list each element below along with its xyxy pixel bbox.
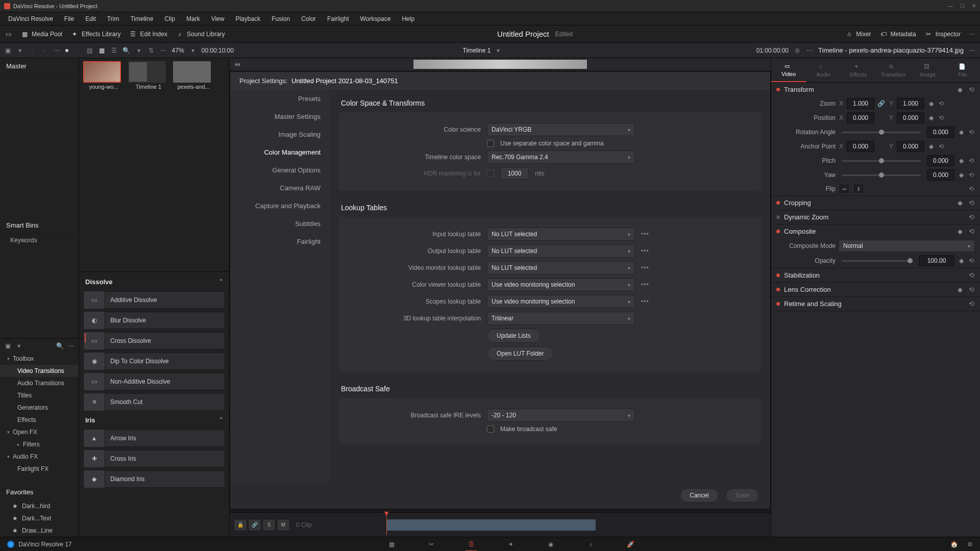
reset-icon[interactable]: ⟲: [968, 228, 975, 235]
tab-audio[interactable]: ♪Audio: [806, 58, 841, 82]
stabilization-header[interactable]: Stabilization⟲: [771, 268, 980, 282]
menu-color[interactable]: Color: [296, 13, 321, 24]
fusion-page-icon[interactable]: ✦: [505, 539, 517, 549]
nav-fairlight[interactable]: Fairlight: [230, 233, 330, 251]
enabled-dot[interactable]: [776, 288, 780, 291]
more-icon[interactable]: •••: [641, 247, 649, 255]
pos-y-input[interactable]: [897, 112, 924, 123]
fx-cross-dissolve[interactable]: ▭Cross Dissolve: [83, 332, 225, 349]
metadata-button[interactable]: 🏷Metadata: [879, 30, 916, 38]
tab-transition[interactable]: ⧉Transition: [876, 58, 911, 82]
favorite-item[interactable]: ★Dark...Text: [0, 512, 79, 524]
filmstrip-icon[interactable]: ▤: [86, 47, 93, 54]
composite-header[interactable]: Composite◆⟲: [771, 224, 980, 238]
effects-library-button[interactable]: ✦Effects Library: [70, 30, 120, 38]
deliver-page-icon[interactable]: 🚀: [625, 539, 636, 549]
keyframe-icon[interactable]: ◆: [927, 114, 935, 121]
menu-playback[interactable]: Playback: [230, 13, 265, 24]
flip-h-button[interactable]: ⇔: [839, 184, 850, 194]
filters[interactable]: ▸Filters: [0, 438, 79, 450]
toolbox-group[interactable]: ▾Toolbox: [0, 353, 79, 365]
tab-image[interactable]: 🖼Image: [911, 58, 945, 82]
next-icon[interactable]: ›: [41, 47, 48, 54]
keywords-bin[interactable]: Keywords: [0, 234, 79, 247]
fx-additive-dissolve[interactable]: ▭Additive Dissolve: [83, 291, 225, 309]
more-icon[interactable]: •••: [641, 281, 649, 288]
favorite-item[interactable]: ★Draw...Line: [0, 524, 79, 537]
chevron-down-icon[interactable]: ▾: [16, 47, 23, 54]
nav-camera-raw[interactable]: Camera RAW: [230, 179, 330, 197]
menu-help[interactable]: Help: [397, 13, 420, 24]
skip-start-icon[interactable]: ⏮: [234, 61, 241, 68]
rotation-input[interactable]: [927, 127, 954, 138]
keyframe-icon[interactable]: ◆: [957, 228, 964, 235]
separate-colorspace-checkbox[interactable]: [487, 140, 494, 147]
reset-icon[interactable]: ⟲: [968, 214, 975, 221]
pitch-slider[interactable]: [842, 160, 921, 162]
input-lut-dropdown[interactable]: No LUT selected▾: [487, 228, 635, 241]
color-page-icon[interactable]: ◉: [545, 539, 556, 549]
menu-file[interactable]: File: [59, 13, 79, 24]
nav-master-settings[interactable]: Master Settings: [230, 108, 330, 126]
list-view-icon[interactable]: ☰: [111, 47, 118, 54]
zoom-percentage[interactable]: 47%: [172, 47, 184, 54]
mixer-button[interactable]: ♫Mixer: [845, 30, 871, 38]
close-button[interactable]: ✕: [972, 3, 976, 9]
open-lut-folder-button[interactable]: Open LUT Folder: [487, 346, 554, 361]
reset-icon[interactable]: ⟲: [968, 286, 975, 293]
search-icon[interactable]: 🔍: [56, 342, 63, 349]
update-lists-button[interactable]: Update Lists: [487, 329, 541, 343]
collapse-icon[interactable]: ˄: [219, 278, 223, 286]
keyframe-icon[interactable]: ◆: [927, 100, 935, 107]
reset-icon[interactable]: ⟲: [968, 171, 975, 179]
keyframe-icon[interactable]: ◆: [957, 86, 964, 93]
chevron-down-icon[interactable]: ▾: [15, 342, 22, 349]
pos-x-input[interactable]: [847, 112, 874, 123]
clip-item[interactable]: young-wo...: [83, 61, 124, 90]
menu-timeline[interactable]: Timeline: [125, 13, 158, 24]
prev-icon[interactable]: ‹: [29, 47, 36, 54]
timeline-track[interactable]: [386, 518, 766, 532]
home-icon[interactable]: 🏠: [950, 541, 958, 548]
yaw-input[interactable]: [927, 169, 954, 181]
more-icon[interactable]: •••: [641, 231, 649, 238]
layout-icon[interactable]: ▭: [4, 30, 12, 38]
opacity-slider[interactable]: [842, 260, 913, 262]
inspector-button[interactable]: ✂Inspector: [924, 30, 961, 38]
more-icon[interactable]: ⋯: [53, 47, 60, 54]
thumb-view-icon[interactable]: ▦: [99, 47, 106, 54]
clip-thumbnail[interactable]: [83, 61, 121, 83]
fx-group-dissolve[interactable]: Dissolve˄: [79, 274, 229, 290]
nav-general-options[interactable]: General Options: [230, 161, 330, 179]
enabled-dot[interactable]: [776, 201, 780, 205]
timeline-name[interactable]: Timeline 1: [463, 47, 491, 54]
fx-blur-dissolve[interactable]: ◐Blur Dissolve: [83, 312, 225, 329]
edit-page-icon[interactable]: ☰: [465, 539, 477, 549]
more-icon[interactable]: ⋯: [160, 47, 167, 54]
nav-capture-playback[interactable]: Capture and Playback: [230, 197, 330, 215]
openfx-group[interactable]: ▾Open FX: [0, 426, 79, 438]
media-page-icon[interactable]: ▦: [386, 539, 397, 549]
sort-icon[interactable]: ⇅: [148, 47, 155, 54]
dynamic-zoom-header[interactable]: Dynamic Zoom⟲: [771, 210, 980, 224]
link-icon[interactable]: 🔗: [877, 100, 886, 107]
keyframe-icon[interactable]: ◆: [958, 257, 965, 264]
bin-icon[interactable]: ▣: [4, 47, 11, 54]
more-icon[interactable]: ⋯: [806, 47, 813, 54]
collapse-icon[interactable]: ˄: [219, 416, 223, 424]
media-pool-button[interactable]: ▦Media Pool: [20, 30, 62, 38]
fx-dip-to-color[interactable]: ◉Dip To Color Dissolve: [83, 353, 225, 370]
playhead[interactable]: [386, 513, 387, 535]
more-icon[interactable]: •••: [641, 264, 649, 271]
reset-icon[interactable]: ⟲: [938, 100, 945, 107]
fx-group-iris[interactable]: Iris˄: [79, 412, 229, 428]
viewer-lut-dropdown[interactable]: Use video monitoring selection▾: [487, 278, 635, 291]
nav-subtitles[interactable]: Subtitles: [230, 215, 330, 233]
link-icon[interactable]: 🔗: [249, 520, 260, 530]
fairlight-fx[interactable]: Fairlight FX: [0, 463, 79, 475]
menu-clip[interactable]: Clip: [159, 13, 180, 24]
clip-item[interactable]: Timeline 1: [128, 61, 169, 90]
cancel-button[interactable]: Cancel: [680, 488, 718, 503]
enabled-dot[interactable]: [776, 230, 780, 233]
video-transitions[interactable]: Video Transitions: [0, 365, 79, 377]
